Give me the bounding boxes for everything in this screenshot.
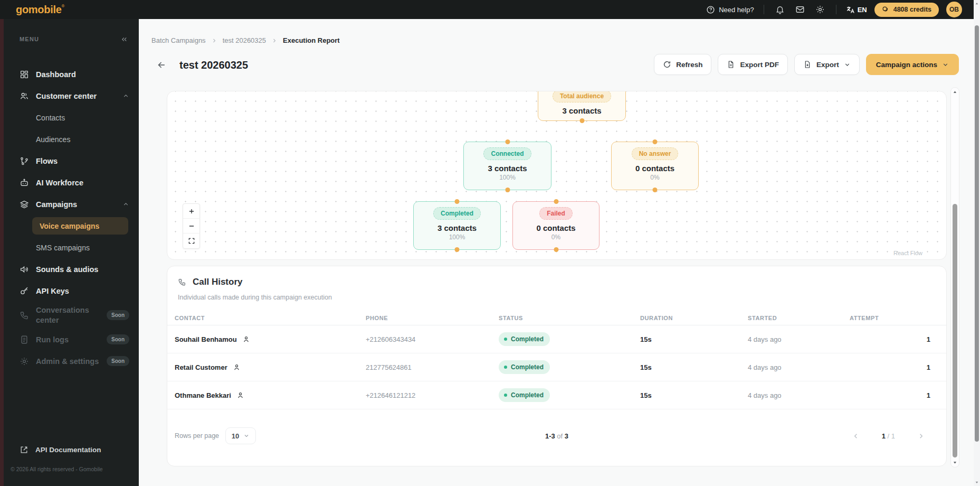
scroll-up-arrow-icon[interactable] xyxy=(951,90,959,95)
call-history-header: Call History xyxy=(178,277,242,287)
need-help-button[interactable]: Need help? xyxy=(706,5,754,14)
page-title: test 20260325 xyxy=(179,59,248,71)
flow-handle[interactable] xyxy=(455,247,460,252)
campaign-actions-button[interactable]: Campaign actions xyxy=(866,54,959,75)
flow-handle[interactable] xyxy=(653,139,658,144)
column-status: STATUS xyxy=(499,315,640,321)
column-duration: DURATION xyxy=(640,315,748,321)
api-documentation-link[interactable]: API Documentation xyxy=(20,445,101,454)
scroll-down-arrow-icon[interactable] xyxy=(974,480,980,484)
flow-handle[interactable] xyxy=(579,118,584,123)
breadcrumb-campaign[interactable]: test 20260325 xyxy=(223,36,266,44)
zoom-out-button[interactable] xyxy=(183,219,199,233)
status-badge: Completed xyxy=(499,388,550,402)
sidebar-item-ai-workforce[interactable]: AI Workforce xyxy=(4,172,139,193)
table-row[interactable]: Souhail Benhamou +212606343434 Completed… xyxy=(167,325,946,353)
flow-node-total-audience[interactable]: Total audience 3 contacts xyxy=(538,91,626,121)
flow-handle[interactable] xyxy=(554,199,558,204)
sidebar-item-sms-campaigns[interactable]: SMS campaigns xyxy=(4,237,139,258)
flow-branch-icon xyxy=(20,156,29,166)
node-contacts-count: 0 contacts xyxy=(635,164,674,173)
sidebar-item-audiences[interactable]: Audiences xyxy=(4,128,139,150)
back-arrow-icon[interactable] xyxy=(156,60,167,70)
phone-icon xyxy=(178,278,186,286)
phone-icon xyxy=(20,311,29,320)
zoom-in-button[interactable] xyxy=(183,204,199,219)
chevron-down-icon xyxy=(844,61,851,68)
rows-per-page-select[interactable]: 10 xyxy=(225,427,256,444)
scroll-down-arrow-icon[interactable] xyxy=(951,460,959,465)
sidebar-item-dashboard[interactable]: Dashboard xyxy=(4,63,139,85)
duration-cell: 15s xyxy=(640,391,748,399)
flow-node-no-answer[interactable]: No answer 0 contacts 0% xyxy=(611,142,699,190)
flow-handle[interactable] xyxy=(554,247,558,252)
breadcrumb-batch-campaigns[interactable]: Batch Campaigns xyxy=(151,36,206,44)
content-scrollbar[interactable] xyxy=(950,87,959,468)
contact-cell: Retail Customer xyxy=(175,363,366,371)
fullscreen-button[interactable] xyxy=(183,233,199,248)
main-content: Batch Campaigns test 20260325 Execution … xyxy=(139,19,980,486)
topbar-actions: Need help? EN 4 xyxy=(706,2,962,17)
key-icon xyxy=(20,286,29,296)
status-dot-icon xyxy=(504,338,507,341)
person-icon xyxy=(236,391,244,399)
sidebar-item-api-keys[interactable]: API Keys xyxy=(4,280,139,302)
translate-icon xyxy=(846,5,855,14)
sidebar-item-campaigns[interactable]: Campaigns xyxy=(4,193,139,215)
column-phone: PHONE xyxy=(366,315,499,321)
flow-handle[interactable] xyxy=(505,188,510,192)
sidebar-item-conversations-center: Conversations center Soon xyxy=(4,302,139,329)
sidebar-item-flows[interactable]: Flows xyxy=(4,150,139,172)
sidebar-item-customer-center[interactable]: Customer center xyxy=(4,85,139,107)
contact-cell: Souhail Benhamou xyxy=(175,335,366,343)
flow-node-connected[interactable]: Connected 3 contacts 100% xyxy=(463,142,551,190)
flow-handle[interactable] xyxy=(653,188,658,192)
sidebar-collapse-icon[interactable] xyxy=(120,35,128,43)
execution-flow-canvas[interactable]: Total audience 3 contacts Connected 3 co… xyxy=(167,91,947,260)
export-pdf-button[interactable]: Export PDF xyxy=(718,54,788,75)
next-page-chevron-icon[interactable] xyxy=(917,432,925,440)
chevron-down-icon xyxy=(942,61,949,68)
flow-handle[interactable] xyxy=(505,139,510,144)
settings-gear-icon[interactable] xyxy=(814,3,826,16)
credits-badge[interactable]: 4808 credits xyxy=(874,3,939,17)
table-row[interactable]: Retail Customer 212775624861 Completed 1… xyxy=(167,353,946,381)
rows-per-page: Rows per page 10 xyxy=(175,427,256,444)
users-icon xyxy=(20,91,29,101)
flow-node-failed[interactable]: Failed 0 contacts 0% xyxy=(512,201,600,250)
sidebar: MENU Dashboard Customer center xyxy=(0,19,139,486)
brand-logo[interactable]: gomobile® xyxy=(16,4,64,16)
sidebar-item-contacts[interactable]: Contacts xyxy=(4,107,139,128)
node-contacts-count: 3 contacts xyxy=(488,164,527,173)
call-history-subtitle: Individual calls made during this campai… xyxy=(178,294,332,301)
logs-document-icon xyxy=(20,335,29,344)
user-avatar[interactable]: OB xyxy=(946,2,962,17)
node-percentage: 0% xyxy=(650,174,659,181)
messages-mail-icon[interactable] xyxy=(794,3,806,16)
coins-icon xyxy=(882,6,890,14)
page-actions: Refresh Export PDF Export Campaign actio… xyxy=(654,54,959,75)
window-scrollbar[interactable] xyxy=(974,0,980,486)
scroll-up-arrow-icon[interactable] xyxy=(974,2,980,6)
chevron-right-icon xyxy=(271,38,278,44)
react-flow-attribution[interactable]: React Flow xyxy=(893,250,922,256)
status-badge: Completed xyxy=(499,360,550,374)
flow-node-completed[interactable]: Completed 3 contacts 100% xyxy=(413,201,501,250)
node-label-badge: Failed xyxy=(539,207,573,220)
language-selector[interactable]: EN xyxy=(846,5,867,14)
flow-handle[interactable] xyxy=(455,199,460,204)
sidebar-item-sounds-audios[interactable]: Sounds & audios xyxy=(4,258,139,280)
scrollbar-thumb[interactable] xyxy=(953,204,957,457)
topbar: gomobile® Need help? xyxy=(0,0,974,19)
notifications-bell-icon[interactable] xyxy=(774,3,786,16)
refresh-button[interactable]: Refresh xyxy=(654,54,711,75)
export-button[interactable]: Export xyxy=(794,54,860,75)
status-cell: Completed xyxy=(499,388,640,402)
robot-icon xyxy=(20,178,29,188)
attempt-cell: 1 xyxy=(850,391,930,399)
table-row[interactable]: Othmane Bekkari +212646121212 Completed … xyxy=(167,381,946,409)
sidebar-item-voice-campaigns[interactable]: Voice campaigns xyxy=(4,215,139,237)
previous-page-chevron-icon[interactable] xyxy=(852,432,860,440)
rows-per-page-label: Rows per page xyxy=(175,432,219,440)
scrollbar-thumb[interactable] xyxy=(975,25,979,442)
